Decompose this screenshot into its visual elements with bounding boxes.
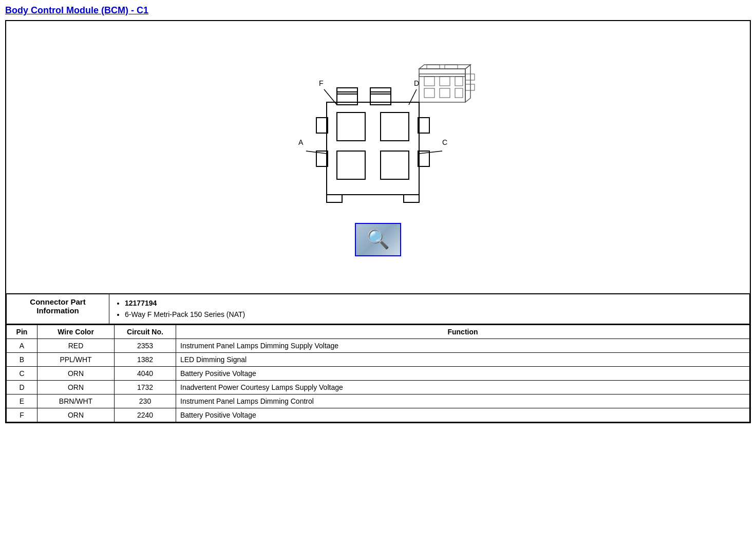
svg-rect-12	[465, 74, 475, 80]
pin-cell: E	[7, 394, 37, 408]
diagram-area: F D A C	[6, 21, 750, 293]
pin-cell: A	[7, 339, 37, 352]
svg-rect-4	[424, 77, 434, 86]
outer-border: F D A C	[5, 20, 751, 423]
svg-rect-13	[465, 84, 475, 90]
svg-rect-24	[404, 195, 419, 202]
table-row: FORN2240Battery Positive Voltage	[7, 408, 750, 422]
svg-rect-25	[337, 112, 365, 141]
wire-color-cell: ORN	[37, 380, 115, 394]
part-number: 12177194	[125, 299, 157, 307]
pin-cell: C	[7, 366, 37, 380]
pin-table: Pin Wire Color Circuit No. Function ARED…	[6, 324, 750, 422]
part-description: 6-Way F Metri-Pack 150 Series (NAT)	[125, 309, 744, 320]
svg-rect-18	[370, 88, 391, 94]
table-row: BPPL/WHT1382LED Dimming Signal	[7, 352, 750, 366]
label-f: F	[319, 79, 324, 87]
wire-color-cell: PPL/WHT	[37, 352, 115, 366]
table-row: CORN4040Battery Positive Voltage	[7, 366, 750, 380]
info-table: Connector Part Information 12177194 6-Wa…	[6, 293, 750, 324]
circuit-no-cell: 2240	[115, 408, 176, 422]
circuit-no-cell: 2353	[115, 339, 176, 352]
page-title: Body Control Module (BCM) - C1	[5, 5, 751, 16]
function-cell: Inadvertent Power Courtesy Lamps Supply …	[176, 380, 750, 394]
function-cell: Instrument Panel Lamps Dimming Supply Vo…	[176, 339, 750, 352]
label-c: C	[442, 138, 447, 146]
wire-color-cell: BRN/WHT	[37, 394, 115, 408]
svg-rect-5	[440, 77, 450, 86]
connector-part-row: Connector Part Information 12177194 6-Wa…	[7, 294, 750, 324]
connector-diagram-wrapper: F D A C	[244, 48, 512, 218]
table-row: DORN1732Inadvertent Power Courtesy Lamps…	[7, 380, 750, 394]
pin-cell: D	[7, 380, 37, 394]
wire-color-cell: ORN	[37, 366, 115, 380]
function-cell: Instrument Panel Lamps Dimming Control	[176, 394, 750, 408]
pin-header: Pin	[7, 325, 37, 339]
svg-rect-27	[337, 151, 365, 179]
circuit-no-cell: 1732	[115, 380, 176, 394]
svg-rect-10	[427, 65, 440, 69]
function-cell: LED Dimming Signal	[176, 352, 750, 366]
function-cell: Battery Positive Voltage	[176, 408, 750, 422]
connector-part-header: Connector Part Information	[7, 294, 109, 324]
pin-table-header-row: Pin Wire Color Circuit No. Function	[7, 325, 750, 339]
circuit-no-cell: 1382	[115, 352, 176, 366]
pin-cell: B	[7, 352, 37, 366]
wire-color-cell: ORN	[37, 408, 115, 422]
wire-color-cell: RED	[37, 339, 115, 352]
circuit-no-header: Circuit No.	[115, 325, 176, 339]
svg-rect-11	[445, 65, 458, 69]
wire-color-header: Wire Color	[37, 325, 115, 339]
svg-rect-23	[327, 195, 342, 202]
svg-rect-1	[419, 69, 465, 77]
function-header: Function	[176, 325, 750, 339]
svg-rect-14	[327, 102, 419, 195]
function-cell: Battery Positive Voltage	[176, 366, 750, 380]
magnify-button[interactable]: 🔍	[355, 223, 401, 256]
table-row: ARED2353Instrument Panel Lamps Dimming S…	[7, 339, 750, 352]
connector-part-info: 12177194 6-Way F Metri-Pack 150 Series (…	[109, 294, 750, 324]
pin-cell: F	[7, 408, 37, 422]
svg-rect-16	[337, 88, 357, 94]
svg-marker-3	[465, 65, 470, 102]
label-d: D	[414, 79, 419, 87]
svg-rect-21	[418, 118, 429, 133]
svg-rect-7	[424, 88, 434, 98]
svg-rect-19	[316, 118, 328, 133]
label-a: A	[298, 138, 303, 146]
svg-rect-8	[440, 88, 450, 98]
table-row: EBRN/WHT230Instrument Panel Lamps Dimmin…	[7, 394, 750, 408]
svg-rect-9	[455, 88, 463, 98]
circuit-no-cell: 230	[115, 394, 176, 408]
connector-svg	[244, 48, 512, 218]
circuit-no-cell: 4040	[115, 366, 176, 380]
magnify-icon: 🔍	[367, 229, 390, 250]
svg-rect-26	[381, 112, 409, 141]
svg-rect-28	[381, 151, 409, 179]
svg-rect-6	[455, 77, 463, 86]
